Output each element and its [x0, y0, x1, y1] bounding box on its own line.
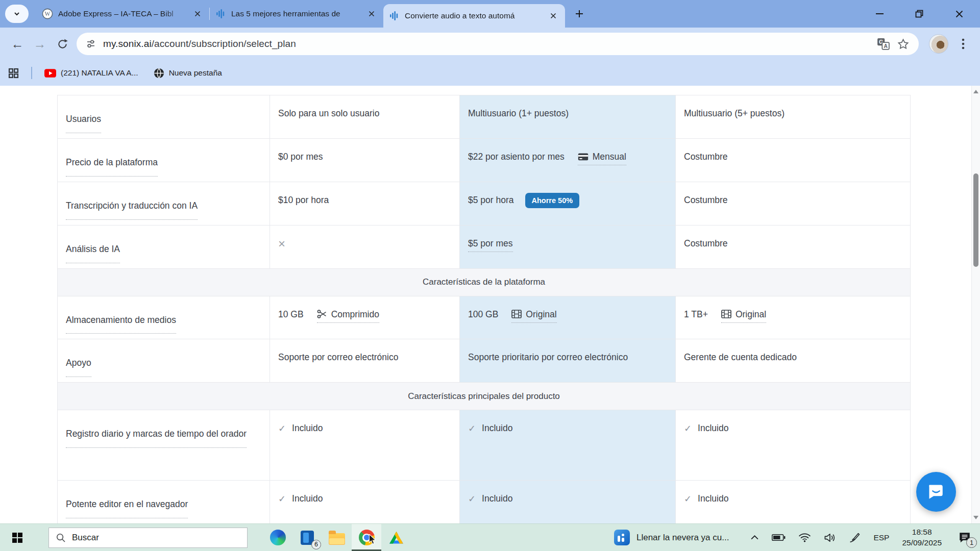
apps-grid-icon[interactable]	[8, 68, 19, 79]
credit-card-link[interactable]: Mensual	[578, 152, 626, 165]
scissors-icon	[317, 309, 327, 319]
url-text[interactable]: my.sonix.ai/account/subscription/select_…	[103, 38, 296, 49]
cell-text: Gerente de cuenta dedicado	[684, 352, 797, 363]
task-view-button[interactable]: 6	[292, 524, 322, 551]
reload-button[interactable]	[51, 33, 74, 55]
table-row: ApoyoSoporte por correo electrónicoSopor…	[58, 339, 910, 383]
feature-label[interactable]: Apoyo	[66, 352, 91, 377]
feature-cell: Transcripción y traducción con IA	[58, 182, 270, 225]
new-tab-button[interactable]	[570, 5, 589, 23]
tab-convierte-audio-active[interactable]: Convierte audio a texto automá	[383, 4, 565, 28]
chat-launcher-button[interactable]	[916, 472, 956, 512]
plus-icon	[575, 10, 583, 18]
feature-label[interactable]: Transcripción y traducción con IA	[66, 195, 198, 220]
chevron-down-icon	[13, 10, 21, 18]
back-button[interactable]: ←	[6, 33, 29, 55]
bookmark-nueva-pestana[interactable]: Nueva pestaña	[154, 68, 222, 79]
tab-close-button[interactable]	[548, 10, 559, 21]
section-row: Características principales del producto	[58, 383, 910, 410]
google-drive-button[interactable]	[381, 524, 411, 551]
film-link[interactable]: Original	[511, 309, 556, 323]
edge-taskbar-button[interactable]	[263, 524, 292, 551]
scrollbar-thumb[interactable]	[973, 173, 978, 267]
link-label: Original	[736, 309, 766, 319]
tab-close-button[interactable]	[366, 8, 377, 19]
feature-label[interactable]: Análisis de IA	[66, 238, 120, 263]
widgets-button[interactable]: Llenar la nevera ya cu...	[614, 530, 729, 545]
feature-label[interactable]: Almacenamiento de medios	[66, 309, 176, 334]
window-controls	[874, 8, 980, 19]
close-window-button[interactable]	[953, 8, 965, 19]
chat-bubble-icon	[926, 482, 946, 502]
film-icon	[511, 309, 522, 319]
feature-label[interactable]: Precio de la plataforma	[66, 152, 158, 177]
cell-text: Incluido	[292, 493, 323, 504]
plan-cell: 100 GBOriginal	[460, 296, 676, 339]
pen-indicator[interactable]	[849, 532, 861, 543]
cell-text: 1 TB+	[684, 309, 708, 320]
volume-indicator[interactable]	[824, 533, 836, 543]
browser-tab-strip: W Adobe Express – IA-TECA – Bibl Las 5 m…	[0, 0, 980, 28]
close-icon	[369, 11, 375, 17]
url-bar[interactable]: my.sonix.ai/account/subscription/select_…	[77, 33, 919, 55]
chrome-taskbar-button[interactable]	[352, 524, 381, 551]
notification-center-button[interactable]: 1	[954, 528, 975, 548]
translate-icon[interactable]: GA	[877, 38, 890, 51]
check-icon: ✓	[278, 493, 286, 505]
feature-label[interactable]: Potente editor en el navegador	[66, 493, 188, 518]
windows-logo-icon	[12, 533, 22, 543]
browser-toolbar: ← → my.sonix.ai/account/subscription/sel…	[0, 28, 980, 60]
cell-text: Solo para un solo usuario	[278, 108, 379, 119]
plan-cell: $22 por asiento por mesMensual	[460, 139, 676, 182]
feature-label[interactable]: Usuarios	[66, 108, 101, 133]
plan-cell: ✓Incluido	[460, 481, 676, 523]
scrollbar[interactable]	[971, 86, 980, 523]
widgets-icon	[614, 530, 630, 545]
battery-indicator[interactable]	[772, 534, 786, 541]
youtube-icon	[44, 69, 56, 78]
profile-avatar[interactable]	[929, 34, 948, 54]
minimize-button[interactable]	[874, 8, 885, 19]
plan-cell: ✓Incluido	[460, 410, 676, 480]
plan-cell: ×	[270, 226, 460, 268]
table-row: Precio de la plataforma$0 por mes$22 por…	[58, 139, 910, 182]
cell-text: Soporte prioritario por correo electróni…	[468, 352, 628, 363]
notification-badge: 1	[966, 537, 977, 548]
minimize-icon	[876, 13, 884, 14]
plan-cell: Multiusuario (5+ puestos)	[676, 95, 910, 138]
tab-close-button[interactable]	[192, 8, 203, 19]
scissors-link[interactable]: Comprimido	[317, 309, 379, 323]
bookmark-star-icon[interactable]	[897, 38, 910, 51]
film-link[interactable]: Original	[721, 309, 766, 323]
scroll-down-arrow[interactable]	[973, 516, 978, 519]
language-indicator[interactable]: ESP	[873, 533, 889, 542]
cell-text: Costumbre	[684, 195, 728, 206]
start-button[interactable]	[0, 524, 35, 551]
cell-text: Soporte por correo electrónico	[278, 352, 398, 363]
taskbar-search-box[interactable]: Buscar	[48, 528, 248, 548]
taskbar-clock[interactable]: 18:5825/09/2025	[902, 527, 942, 548]
sonix-icon	[216, 8, 226, 19]
edge-icon	[270, 530, 286, 545]
cell-link[interactable]: $5 por mes	[468, 238, 513, 252]
browser-menu-button[interactable]	[955, 35, 971, 53]
restore-button[interactable]	[914, 8, 925, 19]
site-settings-icon[interactable]	[86, 39, 96, 49]
feature-label[interactable]: Registro diario y marcas de tiempo del o…	[66, 423, 247, 448]
cell-text: Costumbre	[684, 152, 728, 162]
table-row: Registro diario y marcas de tiempo del o…	[58, 410, 910, 481]
forward-button[interactable]: →	[29, 33, 51, 55]
file-explorer-button[interactable]	[322, 524, 352, 551]
wifi-indicator[interactable]	[798, 533, 811, 542]
tab-search-button[interactable]	[5, 5, 29, 23]
bookmarks-divider	[31, 67, 32, 79]
sonix-icon	[389, 10, 400, 21]
scroll-up-arrow[interactable]	[973, 90, 978, 93]
tab-herramientas[interactable]: Las 5 mejores herramientas de	[210, 0, 383, 28]
bookmark-youtube[interactable]: (221) NATALIA VA A...	[44, 68, 138, 78]
cell-text: $0 por mes	[278, 152, 323, 162]
svg-text:A: A	[884, 43, 888, 49]
tray-expand-button[interactable]	[750, 535, 759, 540]
running-indicator	[352, 549, 381, 551]
tab-adobe-express[interactable]: W Adobe Express – IA-TECA – Bibl	[36, 0, 209, 28]
